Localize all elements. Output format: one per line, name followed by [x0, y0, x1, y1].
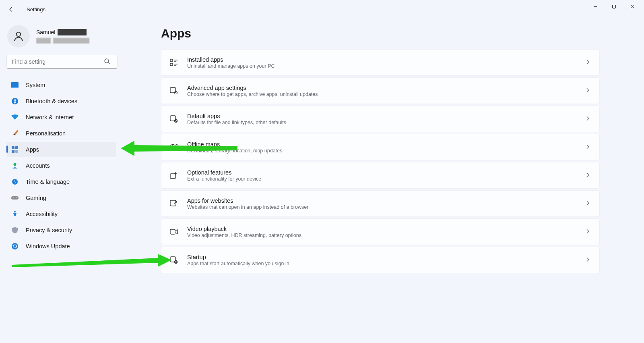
chevron-right-icon: [586, 229, 590, 235]
sidebar-item-label: Privacy & security: [26, 227, 72, 233]
search-input[interactable]: [6, 55, 118, 69]
page-title: Apps: [161, 27, 600, 40]
card-subtitle: Apps that start automatically when you s…: [187, 261, 586, 266]
titlebar: Settings: [0, 0, 644, 19]
card-title: Advanced app settings: [187, 85, 586, 91]
update-icon: [11, 243, 19, 250]
svg-point-18: [12, 243, 18, 249]
sidebar-item-label: Accessibility: [26, 211, 58, 217]
redacted-email-b: [53, 38, 89, 44]
gaming-icon: [11, 194, 19, 202]
accessibility-icon: [11, 210, 19, 218]
sidebar-item-privacy[interactable]: Privacy & security: [6, 222, 116, 238]
main-content: Apps Installed apps Uninstall and manage…: [121, 19, 644, 343]
sidebar-item-label: Apps: [26, 146, 39, 153]
user-card[interactable]: Samuel: [7, 25, 116, 48]
svg-rect-27: [170, 229, 175, 234]
sidebar-item-accessibility[interactable]: Accessibility: [6, 206, 116, 222]
card-title: Offline maps: [187, 141, 586, 148]
card-default-apps[interactable]: Default apps Defaults for file and link …: [161, 106, 600, 132]
sidebar-item-time[interactable]: Time & language: [6, 174, 116, 189]
user-meta: Samuel: [36, 29, 89, 44]
card-advanced-app-settings[interactable]: Advanced app settings Choose where to ge…: [161, 77, 600, 104]
card-subtitle: Downloads, storage location, map updates: [187, 148, 586, 154]
nav-list: System Bluetooth & devices Network & int…: [6, 77, 116, 254]
sidebar-item-system[interactable]: System: [6, 77, 116, 93]
redacted-email-a: [36, 38, 51, 44]
user-first-name: Samuel: [36, 29, 55, 35]
svg-rect-0: [612, 5, 615, 8]
network-icon: [11, 114, 19, 121]
sidebar-item-update[interactable]: Windows Update: [6, 239, 116, 254]
close-button[interactable]: [623, 0, 642, 13]
search-container: [6, 55, 116, 69]
card-title: Video playback: [187, 226, 586, 232]
svg-point-24: [175, 120, 178, 123]
svg-rect-19: [170, 59, 173, 62]
svg-point-12: [14, 163, 17, 166]
window-controls: [586, 0, 642, 13]
search-icon: [104, 58, 110, 66]
sidebar-item-apps[interactable]: Apps: [6, 142, 116, 157]
sidebar-item-label: Accounts: [26, 162, 50, 169]
svg-point-17: [14, 211, 16, 213]
chevron-right-icon: [586, 200, 590, 207]
app-title: Settings: [27, 6, 45, 12]
card-offline-maps[interactable]: Offline maps Downloads, storage location…: [161, 134, 600, 160]
card-title: Optional features: [187, 169, 586, 176]
chevron-right-icon: [586, 116, 590, 123]
chevron-right-icon: [586, 144, 590, 151]
svg-rect-20: [170, 63, 173, 66]
card-title: Startup: [187, 254, 586, 260]
sidebar-item-accounts[interactable]: Accounts: [6, 158, 116, 173]
minimize-button[interactable]: [586, 0, 605, 13]
card-subtitle: Uninstall and manage apps on your PC: [187, 63, 586, 69]
apps-icon: [11, 146, 19, 153]
chevron-right-icon: [586, 257, 590, 264]
chevron-right-icon: [586, 172, 590, 179]
advanced-settings-icon: [169, 87, 178, 94]
sidebar-item-label: Network & internet: [26, 114, 74, 121]
installed-apps-icon: [169, 59, 178, 66]
svg-rect-8: [12, 146, 14, 149]
sidebar-item-label: System: [26, 82, 45, 88]
svg-point-15: [13, 197, 14, 198]
card-video-playback[interactable]: Video playback Video adjustments, HDR st…: [161, 218, 600, 245]
bluetooth-icon: [11, 98, 19, 105]
accounts-icon: [11, 162, 19, 169]
svg-point-16: [16, 197, 17, 198]
card-subtitle: Extra functionality for your device: [187, 176, 586, 182]
startup-icon: [169, 256, 178, 264]
card-startup[interactable]: Startup Apps that start automatically wh…: [161, 247, 600, 273]
avatar: [7, 25, 30, 48]
personalisation-icon: [11, 130, 19, 137]
sidebar-item-label: Windows Update: [26, 243, 70, 249]
time-icon: [11, 178, 19, 185]
card-title: Default apps: [187, 113, 586, 119]
svg-rect-4: [11, 87, 19, 88]
system-icon: [11, 81, 19, 89]
svg-rect-11: [15, 150, 18, 153]
offline-maps-icon: [169, 143, 178, 151]
sidebar-item-network[interactable]: Network & internet: [6, 110, 116, 125]
sidebar-item-gaming[interactable]: Gaming: [6, 190, 116, 206]
maximize-button[interactable]: [605, 0, 623, 13]
sidebar-item-bluetooth[interactable]: Bluetooth & devices: [6, 94, 116, 109]
sidebar-item-label: Personalisation: [26, 130, 66, 137]
card-apps-for-websites[interactable]: Apps for websites Websites that can open…: [161, 190, 600, 217]
svg-rect-14: [11, 196, 19, 200]
card-optional-features[interactable]: Optional features Extra functionality fo…: [161, 162, 600, 189]
svg-rect-3: [11, 82, 19, 87]
card-subtitle: Defaults for file and link types, other …: [187, 120, 586, 125]
back-button[interactable]: [7, 5, 15, 13]
sidebar-item-label: Time & language: [26, 179, 70, 185]
svg-rect-25: [170, 174, 175, 179]
default-apps-icon: [169, 115, 178, 123]
card-installed-apps[interactable]: Installed apps Uninstall and manage apps…: [161, 49, 600, 76]
sidebar-item-personalisation[interactable]: Personalisation: [6, 126, 116, 141]
redacted-last-name: [58, 29, 87, 35]
svg-point-1: [17, 32, 21, 37]
sidebar-item-label: Bluetooth & devices: [26, 98, 77, 104]
svg-point-2: [105, 59, 109, 63]
privacy-icon: [11, 227, 19, 234]
